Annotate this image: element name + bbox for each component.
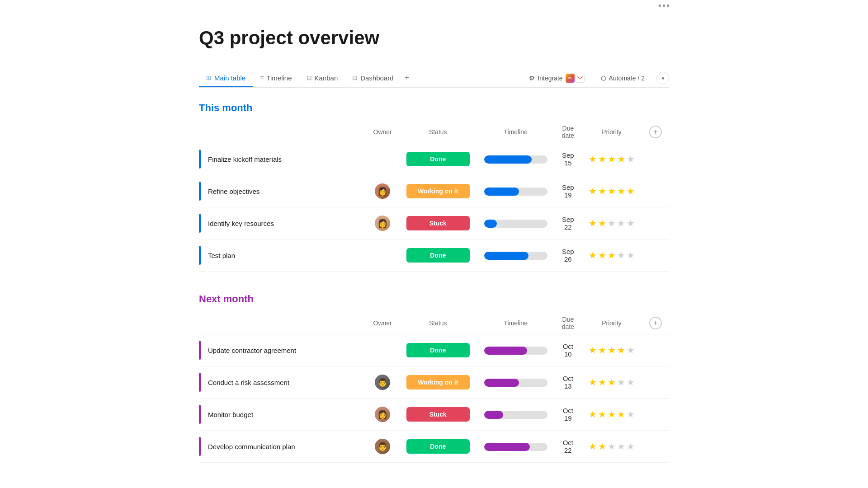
col-add-this: +	[642, 121, 669, 143]
integrate-icons: m	[566, 74, 585, 83]
priority-cell[interactable]: ★★★★★	[581, 143, 642, 175]
status-badge[interactable]: Done	[406, 343, 470, 357]
table-row[interactable]: Test plan Done Sep 26 ★★★★★	[199, 239, 669, 272]
row-accent	[199, 214, 201, 233]
star: ★	[617, 441, 625, 452]
extra-cell	[642, 399, 669, 431]
status-cell[interactable]: Stuck	[399, 399, 477, 431]
tab-main-table[interactable]: ⊞ Main table	[199, 70, 253, 87]
table-row[interactable]: Conduct a risk assessment 👨 Working on i…	[199, 366, 669, 399]
automate-button[interactable]: ⬡ Automate / 2	[596, 72, 649, 84]
table-row[interactable]: Develop communication plan 👨 Done Oct 22…	[199, 431, 669, 463]
star: ★	[617, 186, 625, 197]
status-badge[interactable]: Done	[406, 152, 470, 166]
task-name-cell[interactable]: Identify key resources	[199, 207, 366, 239]
task-name-cell[interactable]: Refine objectives	[199, 175, 366, 207]
add-column-this-button[interactable]: +	[649, 126, 662, 138]
extra-cell	[642, 334, 669, 366]
due-date-cell: Sep 15	[555, 143, 581, 175]
tab-timeline[interactable]: ≡ Timeline	[253, 70, 299, 87]
col-status-next: Status	[399, 312, 477, 334]
priority-cell[interactable]: ★★★★★	[581, 431, 642, 463]
extra-cell	[642, 366, 669, 399]
status-cell[interactable]: Working on it	[399, 366, 477, 399]
gmail-icon	[576, 74, 585, 83]
status-badge[interactable]: Stuck	[406, 407, 470, 422]
avatar: 👩	[375, 183, 390, 199]
task-name-cell[interactable]: Test plan	[199, 239, 366, 271]
status-cell[interactable]: Done	[399, 143, 477, 175]
table-row[interactable]: Refine objectives 👩 Working on it Sep 19…	[199, 175, 669, 207]
status-badge[interactable]: Done	[406, 248, 470, 263]
svg-rect-0	[577, 75, 583, 81]
status-cell[interactable]: Stuck	[399, 207, 477, 239]
table-row[interactable]: Finalize kickoff materials Done Sep 15 ★…	[199, 143, 669, 175]
more-options-button[interactable]	[659, 5, 669, 7]
status-cell[interactable]: Working on it	[399, 175, 477, 207]
owner-cell: 👩	[366, 399, 399, 431]
timeline-icon: ≡	[260, 74, 264, 81]
status-badge[interactable]: Working on it	[406, 375, 470, 389]
this-month-section: This month Owner Status Timeline Due dat…	[199, 102, 669, 272]
priority-cell[interactable]: ★★★★★	[581, 175, 642, 207]
collapse-button[interactable]: ∧	[656, 72, 669, 84]
timeline-cell	[477, 143, 555, 175]
status-badge[interactable]: Working on it	[406, 184, 470, 198]
owner-cell	[366, 143, 399, 175]
table-row[interactable]: Update contractor agreement Done Oct 10 …	[199, 334, 669, 366]
page-title: Q3 project overview	[199, 27, 379, 49]
tab-kanban[interactable]: ⊟ Kanban	[299, 70, 345, 87]
col-task-this	[199, 121, 366, 143]
priority-cell[interactable]: ★★★★★	[581, 399, 642, 431]
priority-cell[interactable]: ★★★★★	[581, 207, 642, 239]
status-cell[interactable]: Done	[399, 431, 477, 463]
table-row[interactable]: Monitor budget 👩 Stuck Oct 19 ★★★★★	[199, 399, 669, 431]
task-name-cell[interactable]: Update contractor agreement	[199, 334, 366, 366]
star: ★	[627, 441, 635, 452]
owner-cell: 👩	[366, 175, 399, 207]
integrate-button[interactable]: ⚙ Integrate m	[524, 71, 589, 85]
star: ★	[627, 186, 635, 197]
add-column-next-button[interactable]: +	[649, 317, 662, 329]
task-name-cell[interactable]: Conduct a risk assessment	[199, 366, 366, 398]
timeline-bar	[484, 411, 503, 419]
status-cell[interactable]: Done	[399, 334, 477, 366]
priority-cell[interactable]: ★★★★★	[581, 366, 642, 399]
add-tab-button[interactable]: +	[401, 69, 413, 87]
timeline-bar	[484, 443, 530, 451]
due-date-cell: Oct 22	[555, 431, 581, 463]
col-duedate-this: Due date	[555, 121, 581, 143]
star: ★	[598, 218, 606, 229]
col-task-next	[199, 312, 366, 334]
owner-cell	[366, 239, 399, 272]
task-name: Develop communication plan	[208, 443, 295, 450]
star: ★	[617, 218, 625, 229]
star: ★	[598, 441, 606, 452]
priority-cell[interactable]: ★★★★★	[581, 334, 642, 366]
star: ★	[617, 250, 625, 261]
task-name-cell[interactable]: Develop communication plan	[199, 431, 366, 462]
star: ★	[608, 441, 616, 452]
row-accent	[199, 182, 201, 201]
status-badge[interactable]: Stuck	[406, 216, 470, 230]
task-name: Monitor budget	[208, 411, 253, 418]
task-name: Test plan	[208, 252, 235, 259]
task-name: Conduct a risk assessment	[208, 379, 289, 386]
task-name-cell[interactable]: Finalize kickoff materials	[199, 143, 366, 175]
tab-dashboard[interactable]: ⊡ Dashboard	[345, 70, 401, 87]
status-cell[interactable]: Done	[399, 239, 477, 272]
star: ★	[627, 377, 635, 388]
col-owner-this: Owner	[366, 121, 399, 143]
task-name-cell[interactable]: Monitor budget	[199, 399, 366, 430]
col-owner-next: Owner	[366, 312, 399, 334]
extra-cell	[642, 431, 669, 463]
star: ★	[589, 377, 597, 388]
automate-icon: ⬡	[601, 75, 606, 82]
table-row[interactable]: Identify key resources 👩 Stuck Sep 22 ★★…	[199, 207, 669, 239]
dashboard-icon: ⊡	[352, 74, 358, 81]
star: ★	[608, 154, 616, 164]
star: ★	[589, 345, 597, 356]
status-badge[interactable]: Done	[406, 439, 470, 454]
star: ★	[608, 409, 616, 420]
priority-cell[interactable]: ★★★★★	[581, 239, 642, 272]
